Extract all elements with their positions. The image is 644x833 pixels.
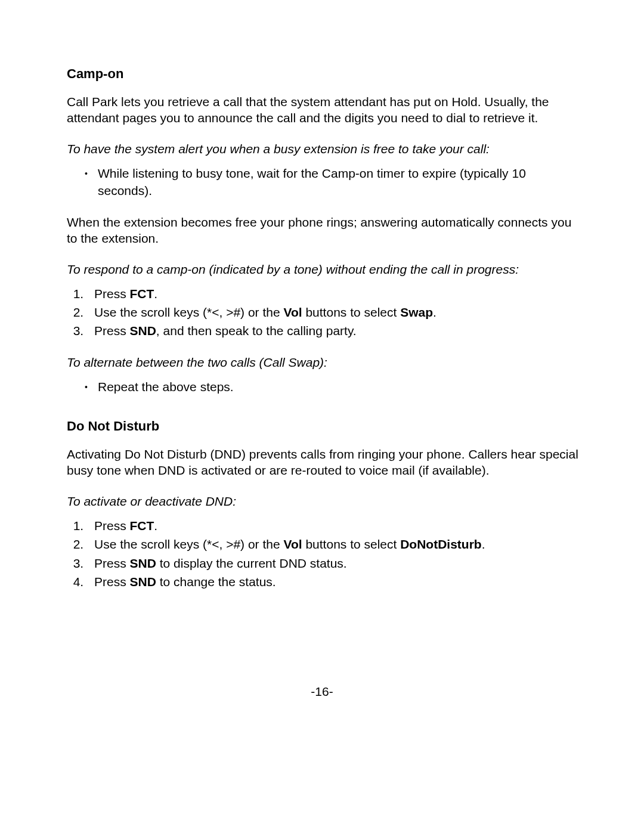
camp-on-sub2: To respond to a camp-on (indicated by a …: [67, 261, 578, 278]
key-fct: FCT: [130, 519, 154, 532]
camp-on-steps: Press FCT. Use the scroll keys (*<, >#) …: [67, 285, 578, 340]
key-snd: SND: [130, 324, 156, 337]
list-item: Press SND to change the status.: [87, 573, 578, 590]
list-item: Press FCT.: [87, 285, 578, 302]
key-donotdisturb: DoNotDisturb: [400, 537, 481, 551]
step-text: .: [154, 287, 157, 301]
list-item: Use the scroll keys (*<, >#) or the Vol …: [87, 304, 578, 321]
camp-on-bullets-1: While listening to busy tone, wait for t…: [67, 165, 578, 200]
key-vol: Vol: [283, 305, 302, 319]
step-text: buttons to select: [302, 537, 401, 551]
step-text: , and then speak to the calling party.: [156, 324, 357, 337]
step-text: to display the current DND status.: [156, 556, 347, 570]
step-text: buttons to select: [302, 305, 401, 319]
key-snd: SND: [130, 575, 156, 589]
camp-on-intro: Call Park lets you retrieve a call that …: [67, 94, 578, 126]
step-text: Press: [94, 324, 130, 337]
key-swap: Swap: [400, 305, 433, 319]
list-item: Press SND, and then speak to the calling…: [87, 322, 578, 339]
key-fct: FCT: [130, 287, 154, 301]
camp-on-sub3: To alternate between the two calls (Call…: [67, 354, 578, 371]
list-item: While listening to busy tone, wait for t…: [98, 165, 578, 200]
camp-on-sub1: To have the system alert you when a busy…: [67, 141, 578, 157]
step-text: Use the scroll keys (*<, >#) or the: [94, 305, 283, 319]
heading-camp-on: Camp-on: [67, 66, 578, 83]
list-item: Use the scroll keys (*<, >#) or the Vol …: [87, 535, 578, 553]
step-text: Press: [94, 519, 130, 532]
step-text: .: [482, 537, 485, 551]
document-page: Camp-on Call Park lets you retrieve a ca…: [0, 0, 644, 833]
dnd-intro: Activating Do Not Disturb (DND) prevents…: [67, 446, 578, 479]
step-text: .: [433, 305, 436, 319]
list-item: Press SND to display the current DND sta…: [87, 555, 578, 572]
camp-on-bullets-2: Repeat the above steps.: [67, 378, 578, 395]
list-item: Repeat the above steps.: [98, 378, 578, 395]
list-item: Press FCT.: [87, 517, 578, 534]
step-text: Use the scroll keys (*<, >#) or the: [94, 537, 283, 551]
step-text: to change the status.: [156, 575, 276, 589]
step-text: Press: [94, 575, 130, 589]
step-text: Press: [94, 287, 130, 301]
heading-dnd: Do Not Disturb: [67, 418, 578, 435]
key-snd: SND: [130, 556, 156, 570]
dnd-steps: Press FCT. Use the scroll keys (*<, >#) …: [67, 517, 578, 591]
step-text: .: [154, 519, 157, 532]
dnd-sub1: To activate or deactivate DND:: [67, 493, 578, 510]
step-text: Press: [94, 556, 130, 570]
page-number: -16-: [0, 685, 644, 699]
key-vol: Vol: [283, 537, 302, 551]
camp-on-para2: When the extension becomes free your pho…: [67, 214, 578, 247]
